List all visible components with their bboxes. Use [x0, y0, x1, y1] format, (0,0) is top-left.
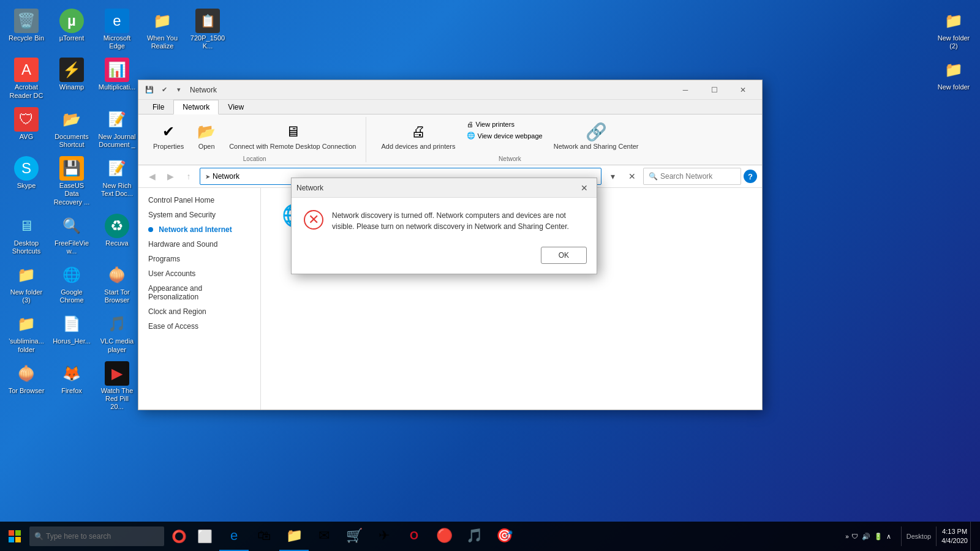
- back-btn[interactable]: ◀: [143, 168, 160, 185]
- desktop-icon-vlc[interactable]: 🎵 VLC media player: [96, 309, 138, 356]
- desktop-icon-skype[interactable]: S Skype: [5, 154, 48, 209]
- desktop-icon-720p[interactable]: 📋 720P_1500K...: [186, 6, 229, 53]
- desktop-icon-freefileview[interactable]: 🔍 FreeFileView...: [50, 211, 93, 258]
- desktop-icon-documents[interactable]: 📂 Documents Shortcut: [50, 105, 93, 151]
- desktop-icon-journal[interactable]: 📝 New Journal Document _: [96, 105, 138, 151]
- properties-btn[interactable]: ✔ Properties: [148, 119, 189, 153]
- cp-system-security[interactable]: System and Security: [138, 208, 260, 222]
- desktop-shortcuts-icon: 🖥: [14, 214, 39, 238]
- tab-network[interactable]: Network: [173, 100, 219, 114]
- cortana-btn[interactable]: ⭕: [167, 522, 191, 551]
- forward-btn[interactable]: ▶: [162, 168, 179, 185]
- cp-clock-region[interactable]: Clock and Region: [138, 304, 260, 319]
- search-input[interactable]: [660, 172, 734, 181]
- taskbar-search-input[interactable]: [46, 532, 144, 541]
- tray-clock[interactable]: 4:13 PM 4/4/2020: [941, 527, 968, 546]
- vlc-label: VLC media player: [98, 337, 136, 353]
- add-devices-btn[interactable]: 🖨 Add devices and printers: [376, 119, 460, 153]
- tab-file[interactable]: File: [143, 100, 173, 114]
- cp-network-internet[interactable]: Network and Internet: [138, 222, 260, 237]
- network-tray-icon[interactable]: 🛡: [851, 533, 858, 540]
- view-printers-btn[interactable]: 🖨 View printers: [463, 119, 546, 129]
- quick-check-btn[interactable]: ✔: [158, 84, 170, 96]
- when-you-realize-label: When You Realize: [143, 34, 181, 50]
- desktop-icon-when-you-realize[interactable]: 📁 When You Realize: [141, 6, 184, 53]
- desktop-icon-utorrent[interactable]: µ µTorrent: [50, 6, 93, 53]
- desktop-icon-new-folder3[interactable]: 📁 New folder (3): [5, 260, 48, 307]
- volume-tray-icon[interactable]: 🔊: [862, 533, 870, 541]
- desktop-icon-firefox[interactable]: 🦊 Firefox: [50, 359, 93, 414]
- taskbar-amazon[interactable]: 🛒: [339, 522, 369, 551]
- refresh-btn[interactable]: ✕: [624, 168, 641, 185]
- edge-label: Microsoft Edge: [98, 34, 136, 50]
- taskbar-edge[interactable]: e: [219, 522, 249, 551]
- search-box[interactable]: 🔍: [643, 168, 741, 185]
- open-btn[interactable]: 📂 Open: [191, 119, 222, 153]
- cp-user-accounts[interactable]: User Accounts: [138, 266, 260, 281]
- taskbar-store[interactable]: 🛍: [249, 522, 279, 551]
- desktop-icon-multiplication[interactable]: 📊 Multiplicati...: [96, 55, 138, 102]
- tray-overflow-btn[interactable]: »: [845, 533, 849, 540]
- maximize-btn[interactable]: ☐: [700, 80, 728, 100]
- dialog-ok-button[interactable]: OK: [541, 247, 587, 264]
- taskbar-tripadvisor[interactable]: ✈: [369, 522, 399, 551]
- tab-view[interactable]: View: [219, 100, 253, 114]
- desktop-icon-easeus[interactable]: 💾 EaseUS Data Recovery ...: [50, 154, 93, 209]
- tray-time-display: 4:13 PM: [941, 527, 968, 536]
- close-btn[interactable]: ✕: [729, 80, 757, 100]
- desktop-icon-chrome[interactable]: 🌐 Google Chrome: [50, 260, 93, 307]
- cp-hardware-sound[interactable]: Hardware and Sound: [138, 237, 260, 252]
- desktop-icon-acrobat[interactable]: A Acrobat Reader DC: [5, 55, 48, 102]
- battery-tray-icon[interactable]: 🔋: [874, 533, 883, 541]
- cp-ease-access[interactable]: Ease of Access: [138, 319, 260, 334]
- recuva-icon: ♻: [105, 214, 129, 238]
- taskbar-opera2[interactable]: 🔴: [429, 522, 459, 551]
- desktop-icon-tor[interactable]: 🧅 Tor Browser: [5, 359, 48, 414]
- winamp-icon: ⚡: [59, 58, 84, 82]
- taskbar-vlc[interactable]: 🎵: [459, 522, 489, 551]
- network-sharing-label: Network and Sharing Center: [554, 143, 639, 151]
- 720p-icon: 📋: [195, 9, 220, 33]
- desktop-icon-avg[interactable]: 🛡 AVG: [5, 105, 48, 151]
- ribbon: File Network View ✔ Properties 📂 Open: [138, 100, 762, 165]
- acrobat-icon: A: [14, 58, 39, 82]
- desktop-icon-richtext[interactable]: 📝 New Rich Text Doc...: [96, 154, 138, 209]
- desktop-icon-horus[interactable]: 📄 Horus_Her...: [50, 309, 93, 356]
- desktop-icon-recycle-bin[interactable]: 🗑️ Recycle Bin: [5, 6, 48, 53]
- taskbar-unknown[interactable]: 🎯: [489, 522, 519, 551]
- start-button[interactable]: [0, 522, 29, 551]
- taskbar-search-box[interactable]: 🔍: [29, 527, 164, 546]
- desktop-label: Desktop: [907, 533, 931, 540]
- view-device-webpage-btn[interactable]: 🌐 View device webpage: [463, 130, 546, 141]
- cp-programs[interactable]: Programs: [138, 252, 260, 266]
- cp-appearance[interactable]: Appearance and Personalization: [138, 281, 260, 304]
- up-btn[interactable]: ↑: [180, 168, 197, 185]
- desktop-icon-edge[interactable]: e Microsoft Edge: [96, 6, 138, 53]
- help-btn[interactable]: ?: [744, 170, 757, 183]
- taskbar-opera[interactable]: O: [399, 522, 429, 551]
- dialog-close-btn[interactable]: ✕: [577, 181, 592, 195]
- desktop-icon-recuva[interactable]: ♻ Recuva: [96, 211, 138, 258]
- show-desktop-btn[interactable]: [970, 522, 975, 551]
- quick-save-btn[interactable]: 💾: [143, 84, 156, 96]
- network-sharing-btn[interactable]: 🔗 Network and Sharing Center: [549, 119, 644, 153]
- task-view-btn[interactable]: ⬜: [192, 522, 217, 551]
- minimize-btn[interactable]: ─: [671, 80, 699, 100]
- dropdown-btn[interactable]: ▾: [604, 168, 621, 185]
- desktop-icon-new-folder-r[interactable]: 📁 New folder: [932, 55, 975, 94]
- quick-dropdown-btn[interactable]: ▾: [173, 84, 185, 96]
- desktop-icon-new-folder-2[interactable]: 📁 New folder (2): [932, 6, 975, 53]
- tray-expand-btn[interactable]: ∧: [886, 533, 891, 541]
- ribbon-group-network: 🖨 Add devices and printers 🖨 View printe…: [371, 117, 648, 162]
- dialog-titlebar: Network ✕: [292, 178, 597, 198]
- new-folder-r-label: New folder: [938, 83, 970, 91]
- cp-home[interactable]: Control Panel Home: [138, 193, 260, 208]
- connect-remote-btn[interactable]: 🖥 Connect with Remote Desktop Connection: [224, 119, 361, 153]
- desktop-icon-watch-red[interactable]: ▶ Watch The Red Pill 20...: [96, 359, 138, 414]
- desktop-icon-winamp[interactable]: ⚡ Winamp: [50, 55, 93, 102]
- desktop-icon-desktop-shortcuts[interactable]: 🖥 Desktop Shortcuts: [5, 211, 48, 258]
- desktop-icon-tor-start[interactable]: 🧅 Start Tor Browser: [96, 260, 138, 307]
- taskbar-file-explorer[interactable]: 📁: [279, 522, 309, 551]
- desktop-icon-sublimina[interactable]: 📁 'sublimina... folder: [5, 309, 48, 356]
- taskbar-mail[interactable]: ✉: [309, 522, 339, 551]
